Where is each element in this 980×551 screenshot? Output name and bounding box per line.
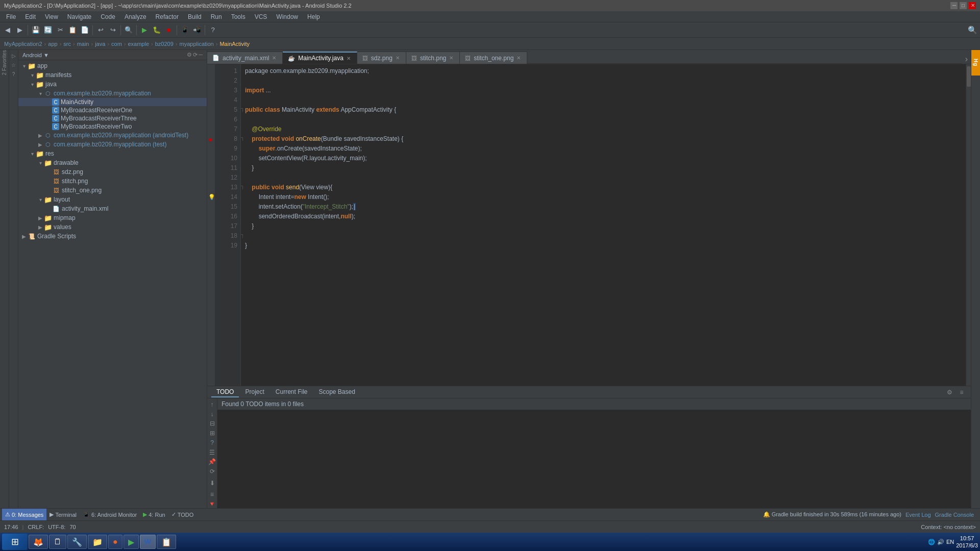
terminal-btn[interactable]: ▶ Terminal — [46, 509, 80, 521]
tree-item-java[interactable]: ▾ 📁 java — [18, 80, 207, 89]
favorites-label[interactable]: 2 Favorites — [2, 50, 7, 116]
tab-close-btn[interactable]: ✕ — [517, 55, 521, 61]
tree-item-gradle[interactable]: ▶ 📜 Gradle Scripts — [18, 232, 207, 241]
tree-item-mainactivity[interactable]: C MainActivity — [18, 98, 207, 106]
todo-list-btn[interactable]: ☰ — [207, 448, 217, 457]
todo-more-btn[interactable]: ≡ — [207, 491, 217, 499]
close-btn[interactable]: ✕ — [969, 2, 976, 9]
todo-filter2-btn[interactable]: ⊟ — [207, 419, 217, 428]
minimize-btn[interactable]: ─ — [950, 2, 958, 9]
tab-close-btn[interactable]: ✕ — [396, 55, 400, 61]
menu-item-navigate[interactable]: Navigate — [63, 12, 95, 21]
toolbar-cut[interactable]: ✂ — [55, 24, 66, 36]
toolbar-run[interactable]: ▶ — [139, 24, 150, 36]
tab-stitch-one-png[interactable]: 🖼 stitch_one.png ✕ — [460, 52, 527, 64]
lightbulb-marker[interactable]: 💡 — [208, 193, 215, 201]
tab-activity-main-xml[interactable]: 📄 activity_main.xml ✕ — [207, 52, 283, 64]
todo-filter-btn[interactable]: ≡ — [957, 387, 967, 397]
toolbar-copy[interactable]: 📋 — [67, 24, 78, 36]
taskbar-clipboard[interactable]: 📋 — [157, 535, 176, 549]
toolbar-paste[interactable]: 📄 — [79, 24, 90, 36]
menu-item-file[interactable]: File — [2, 12, 20, 21]
todo-close-panel-btn[interactable]: 🔻 — [207, 500, 217, 508]
window-controls[interactable]: ─ □ ✕ — [950, 2, 976, 9]
start-button[interactable]: ⊞ — [2, 534, 28, 550]
todo-bottom-btn[interactable]: ✓ TODO — [168, 509, 197, 521]
toolbar-search-everywhere[interactable]: 🔍 — [967, 24, 978, 36]
toolbar-save[interactable]: 💾 — [30, 24, 41, 36]
nav-example[interactable]: example — [128, 41, 149, 47]
tree-item-package-test[interactable]: ▶ ⬡ com.example.bz0209.myapplication (te… — [18, 140, 207, 149]
tree-item-mipmap[interactable]: ▶ 📁 mipmap — [18, 213, 207, 222]
menu-item-analyze[interactable]: Analyze — [120, 12, 151, 21]
taskbar-firefox[interactable]: 🦊 — [29, 535, 48, 549]
toolbar-redo[interactable]: ↪ — [107, 24, 118, 36]
vertical-scrollbar[interactable] — [966, 64, 971, 386]
todo-down-btn[interactable]: ↓ — [207, 410, 217, 418]
todo-info-btn[interactable]: ? — [207, 439, 217, 447]
tree-item-stitch-one[interactable]: 🖼 stitch_one.png — [18, 186, 207, 195]
todo-sync-btn[interactable]: ⟳ — [207, 467, 217, 475]
nav-bz0209[interactable]: bz0209 — [155, 41, 174, 47]
toolbar-search[interactable]: 🔍 — [123, 24, 134, 36]
structure-btn[interactable]: ▷ — [10, 52, 18, 60]
todo-up-btn[interactable]: ↑ — [207, 400, 217, 409]
taskbar-notepad[interactable]: 🗒 — [49, 535, 66, 549]
nav-java[interactable]: java — [95, 41, 105, 47]
gradle-console-btn[interactable]: Gradle Console — [935, 512, 974, 518]
tree-item-drawable[interactable]: ▾ 📁 drawable — [18, 158, 207, 167]
tree-item-res[interactable]: ▾ 📁 res — [18, 149, 207, 158]
tree-item-receiver3[interactable]: C MyBroadcastReceiverThree — [18, 114, 207, 122]
tree-item-receiver1[interactable]: C MyBroadcastReceiverOne — [18, 106, 207, 114]
tree-item-manifests[interactable]: ▾ 📁 manifests — [18, 70, 207, 80]
code-editor-content[interactable]: package com.example.bz0209.myapplication… — [241, 64, 971, 386]
tree-item-activity-main-xml[interactable]: 📄 activity_main.xml — [18, 204, 207, 213]
fold-indicator-8[interactable]: ┐ — [241, 134, 245, 140]
taskbar-circle[interactable]: ● — [108, 535, 122, 549]
toolbar-undo[interactable]: ↩ — [95, 24, 106, 36]
menu-item-help[interactable]: Help — [303, 12, 324, 21]
menu-item-run[interactable]: Run — [207, 12, 226, 21]
todo-tab-project[interactable]: Project — [240, 387, 269, 397]
taskbar-player[interactable]: ▶ — [124, 535, 139, 549]
nav-myapplication[interactable]: myapplication — [179, 41, 213, 47]
tab-mainactivity-java[interactable]: ☕ MainActivity.java ✕ — [283, 52, 357, 64]
toolbar-sdk[interactable]: 📱 — [179, 24, 190, 36]
menu-item-refactor[interactable]: Refactor — [152, 12, 183, 21]
toolbar-sync[interactable]: 🔄 — [42, 24, 54, 36]
bookmark-btn[interactable]: ☆ — [10, 61, 18, 69]
project-collapse-btn[interactable]: ─ — [199, 52, 203, 58]
tree-item-package-androidtest[interactable]: ▶ ⬡ com.example.bz0209.myapplication (an… — [18, 131, 207, 140]
todo-tab-todo[interactable]: TODO — [211, 387, 239, 397]
tree-item-sdz[interactable]: 🖼 sdz.png — [18, 167, 207, 177]
nav-myapplication2[interactable]: MyApplication2 — [4, 41, 42, 47]
nav-mainactivity[interactable]: MainActivity — [219, 41, 250, 47]
android-monitor-btn[interactable]: 📱 6: Android Monitor — [80, 509, 140, 521]
taskbar-explorer[interactable]: 📁 — [88, 535, 107, 549]
nav-com[interactable]: com — [111, 41, 122, 47]
fold-indicator-13[interactable]: ┐ — [241, 183, 245, 189]
todo-expand-btn[interactable]: ⊞ — [207, 429, 217, 437]
tree-item-layout[interactable]: ▾ 📁 layout — [18, 195, 207, 204]
tab-stitch-png[interactable]: 🖼 stitch.png ✕ — [406, 52, 460, 64]
tab-close-btn[interactable]: ✕ — [449, 55, 453, 61]
run-btn[interactable]: ▶ 4: Run — [140, 509, 168, 521]
menu-item-build[interactable]: Build — [184, 12, 206, 21]
tab-close-btn[interactable]: ✕ — [347, 56, 351, 61]
toolbar-avd[interactable]: 📲 — [191, 24, 203, 36]
taskbar-tool[interactable]: 🔧 — [67, 535, 87, 549]
inspect-btn[interactable]: ? — [10, 70, 18, 79]
tree-item-stitch[interactable]: 🖼 stitch.png — [18, 177, 207, 186]
tree-item-package-main[interactable]: ▾ ⬡ com.example.bz0209.myapplication — [18, 89, 207, 98]
project-sync-btn[interactable]: ⟳ — [193, 52, 198, 58]
tab-sdz-png[interactable]: 🖼 sdz.png ✕ — [357, 52, 406, 64]
toolbar-stop[interactable]: ■ — [163, 24, 175, 36]
menu-item-edit[interactable]: Edit — [21, 12, 40, 21]
tab-close-btn[interactable]: ✕ — [272, 55, 276, 61]
todo-settings-btn[interactable]: ⚙ — [944, 387, 954, 397]
maximize-btn[interactable]: □ — [960, 2, 967, 9]
todo-tab-scope-based[interactable]: Scope Based — [314, 387, 360, 397]
menu-item-tools[interactable]: Tools — [227, 12, 250, 21]
dropdown-arrow[interactable]: ▼ — [43, 52, 49, 58]
menu-item-window[interactable]: Window — [272, 12, 302, 21]
